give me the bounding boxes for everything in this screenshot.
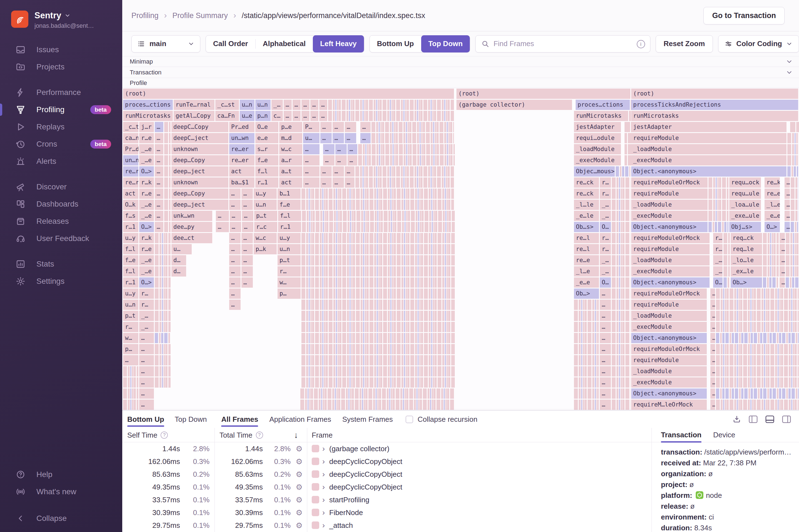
flame-frame[interactable]: b…1	[278, 189, 301, 199]
flame-frame[interactable]: j…r	[139, 122, 155, 132]
flame-frame[interactable]: _e…e	[574, 278, 600, 288]
flame-frame[interactable]: d…	[171, 255, 187, 265]
flame-frame[interactable]: …	[303, 155, 320, 166]
flame-frame[interactable]: …	[303, 144, 320, 154]
flame-frame[interactable]: O…	[600, 278, 612, 288]
flame-frame[interactable]: _…	[600, 266, 612, 277]
flame-frame[interactable]: …	[301, 100, 310, 110]
flame-frame[interactable]: r…	[278, 266, 301, 277]
flame-frame[interactable]: …	[600, 344, 612, 354]
flame-frame[interactable]: w…	[123, 333, 139, 343]
flame-frame[interactable]: …	[230, 222, 242, 232]
flame-frame[interactable]: _…e	[139, 255, 155, 265]
flame-frame[interactable]: …	[780, 255, 786, 265]
gear-icon[interactable]: ⚙	[296, 481, 302, 493]
flame-frame[interactable]: _loadModule	[631, 311, 708, 321]
flame-frame[interactable]: Obj…s>	[729, 222, 762, 232]
flame-frame[interactable]: p…k	[254, 244, 278, 254]
flame-frame[interactable]: u…e	[240, 111, 255, 121]
flame-frame[interactable]: f…e	[278, 200, 301, 210]
flame-frame[interactable]: …	[784, 200, 791, 210]
dock-left-icon[interactable]	[748, 415, 758, 423]
flame-frame[interactable]: _…e	[139, 155, 155, 166]
flame-frame[interactable]: ca…n	[123, 133, 139, 143]
sidebar-item-user-feedback[interactable]: User Feedback	[0, 230, 122, 247]
flame-frame[interactable]: _lo…le	[731, 255, 763, 265]
sidebar-item-what-s-new[interactable]: What's new	[0, 483, 122, 500]
flame-frame[interactable]: act	[279, 177, 303, 188]
flame-frame[interactable]: p…t	[254, 211, 278, 221]
sidebar-item-dashboards[interactable]: Dashboards	[0, 195, 122, 213]
flame-frame[interactable]: …	[242, 211, 254, 221]
flame-frame[interactable]: …	[293, 111, 301, 121]
flame-frame[interactable]: …	[241, 266, 254, 277]
flame-frame[interactable]: …	[333, 122, 345, 132]
flame-frame[interactable]: _execModule	[631, 377, 708, 387]
flame-frame[interactable]: …	[780, 278, 786, 288]
flame-frame[interactable]: …	[293, 100, 301, 110]
flame-frame[interactable]: _…	[139, 311, 155, 321]
flame-frame[interactable]: r…1	[255, 177, 279, 188]
gear-icon[interactable]: ⚙	[296, 442, 302, 455]
flame-frame[interactable]: r…e	[139, 189, 155, 199]
flame-frame[interactable]: f…l	[123, 244, 139, 254]
flame-frame[interactable]: _loa…ule	[729, 200, 762, 210]
flame-frame[interactable]: re…er	[229, 144, 255, 154]
flame-frame[interactable]: _execModule	[631, 266, 710, 277]
flame-frame[interactable]: …	[155, 155, 164, 166]
flame-frame[interactable]: …	[600, 400, 612, 410]
flame-frame[interactable]: e…e	[255, 133, 279, 143]
flame-frame[interactable]: _…	[600, 200, 612, 210]
flame-frame[interactable]: runMicrotasks	[123, 111, 174, 121]
flame-frame[interactable]: requireModule	[631, 189, 708, 199]
flame-frame[interactable]: …	[230, 211, 242, 221]
flame-frame[interactable]: r…1	[278, 222, 302, 232]
flame-frame[interactable]: …	[310, 100, 319, 110]
column-header-self-time[interactable]: Self Time?	[127, 428, 168, 442]
flame-frame[interactable]: jestAdapter	[574, 122, 622, 132]
graph-header-profile[interactable]: Profile	[122, 78, 799, 88]
flame-frame[interactable]: …	[155, 211, 164, 221]
flame-frame[interactable]: re…r	[123, 166, 139, 176]
flame-frame[interactable]: …	[241, 278, 254, 288]
flame-frame[interactable]: _…	[713, 266, 723, 277]
flame-frame[interactable]: …	[323, 144, 335, 154]
flame-frame[interactable]: _loadModule	[631, 144, 787, 154]
flame-frame[interactable]: …	[710, 322, 716, 332]
flame-frame[interactable]: requireModule	[631, 300, 708, 310]
flame-frame[interactable]: _e…e	[765, 211, 781, 221]
flame-frame[interactable]: _…e	[139, 266, 155, 277]
flame-frame[interactable]: req…ck	[731, 233, 763, 243]
flame-frame[interactable]: …	[335, 144, 348, 154]
find-frames-search[interactable]: i	[475, 35, 650, 53]
flame-frame[interactable]: r…	[139, 300, 155, 310]
flame-frame[interactable]: w…c	[279, 144, 303, 154]
table-row[interactable]: 30.39ms0.1%30.39ms0.1%⚙›FiberNode	[122, 506, 651, 519]
flame-frame[interactable]: Object.<anonymous>	[631, 166, 787, 176]
flame-frame[interactable]: unk…wn	[171, 211, 213, 221]
flame-frame[interactable]: p…	[278, 288, 301, 299]
flame-frame[interactable]: u…y	[254, 189, 278, 199]
flame-frame[interactable]: …	[360, 122, 371, 132]
sidebar-item-crons[interactable]: Cronsbeta	[0, 135, 122, 153]
flame-frame[interactable]: re…ck	[574, 189, 600, 199]
flame-frame[interactable]: r…	[713, 244, 723, 254]
flame-frame[interactable]: dee…py	[171, 222, 213, 232]
flame-frame[interactable]: u…y	[278, 233, 301, 243]
flame-frame[interactable]: …	[155, 122, 164, 132]
flame-frame[interactable]: …	[139, 355, 155, 365]
flame-frame[interactable]: proces…ctions	[123, 100, 174, 110]
flame-frame[interactable]: c…	[272, 111, 284, 121]
dock-bottom-icon[interactable]	[765, 415, 775, 423]
flame-frame[interactable]: r…k	[139, 233, 155, 243]
flame-frame[interactable]: _…e	[139, 144, 155, 154]
flame-frame[interactable]: …	[229, 300, 241, 310]
graph-header-transaction[interactable]: Transaction	[122, 67, 799, 78]
flame-frame[interactable]: …	[241, 255, 254, 265]
flame-frame[interactable]: …	[139, 344, 155, 354]
flame-frame[interactable]: deep…Copy	[171, 155, 229, 166]
flame-frame[interactable]: w…c	[254, 233, 278, 243]
tab-top-down[interactable]: Top Down	[175, 411, 207, 428]
flame-frame[interactable]: …	[229, 266, 241, 277]
flame-frame[interactable]: …	[345, 122, 357, 132]
